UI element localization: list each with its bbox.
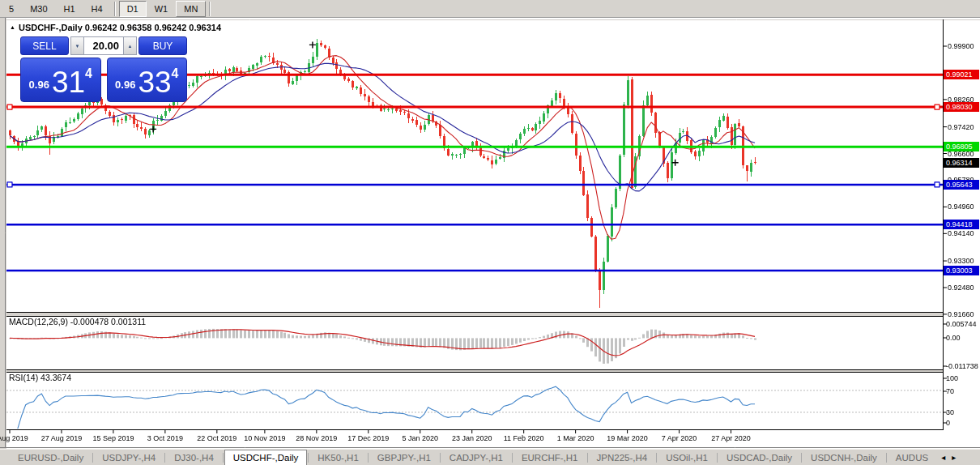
chart-tab-hk50h1[interactable]: HK50-,H1: [309, 451, 367, 465]
chart-symbol-label: USDCHF-,Daily: [19, 23, 83, 32]
timeframe-button-h1[interactable]: H1: [56, 1, 83, 17]
arrow-up-icon: ▲: [128, 44, 133, 49]
timeframe-button-5[interactable]: 5: [1, 1, 22, 17]
chart-tab-eurchfh1[interactable]: EURCHF-,H1: [513, 451, 586, 465]
toolbar-divider: [209, 2, 211, 16]
volume-decrease-button[interactable]: ▼: [70, 36, 84, 55]
tab-divider: [886, 453, 887, 463]
chart-tab-jpn225h4[interactable]: JPN225-,H4: [589, 451, 656, 465]
buy-price-big: 33: [138, 69, 171, 96]
tab-divider: [308, 453, 309, 463]
chart-ohlc-values: 0.96242 0.96358 0.96242 0.96314: [85, 23, 221, 32]
buy-button[interactable]: BUY: [138, 36, 187, 55]
tab-divider: [512, 453, 513, 463]
timeframe-button-d1[interactable]: D1: [119, 1, 147, 17]
chart-tab-usdcaddaily[interactable]: USDCAD-,Daily: [718, 451, 800, 465]
arrow-down-icon: ▼: [75, 44, 80, 49]
chart-tabs-bar: EURUSD-,DailyUSDJPY-,H4DJ30-,H4USDCHF-,D…: [0, 449, 980, 465]
tab-divider: [92, 453, 93, 463]
tab-scroll-buttons: ◂▸: [938, 449, 959, 465]
buy-price-pip: 4: [172, 66, 179, 81]
sell-price-display[interactable]: 0.96314: [20, 58, 101, 102]
timeframe-button-mn[interactable]: MN: [176, 1, 206, 17]
sell-button[interactable]: SELL: [20, 36, 69, 55]
tab-scroll-right-icon[interactable]: ▸: [948, 453, 959, 462]
tab-divider: [801, 453, 802, 463]
chart-tab-usoilh1[interactable]: USOil-,H1: [658, 451, 716, 465]
tab-divider: [368, 453, 369, 463]
chart-tab-dj30h4[interactable]: DJ30-,H4: [166, 451, 222, 465]
chart-tab-usdcnhdaily[interactable]: USDCNH-,Daily: [803, 451, 885, 465]
chart-title: ▲USDCHF-,Daily 0.96242 0.96358 0.96242 0…: [10, 23, 221, 32]
tab-divider: [164, 453, 165, 463]
mt4-application: { "toolbar": {"items": [ {"label": "5", …: [0, 0, 980, 465]
sell-price-big: 31: [52, 69, 85, 96]
timeframe-button-m30[interactable]: M30: [22, 1, 55, 17]
chart-window: 0.999000.982600.974200.966000.957800.949…: [0, 18, 980, 449]
timeframe-toolbar: 5M30H1H4D1W1MN: [0, 0, 980, 18]
chart-tab-gbpjpyh1[interactable]: GBPJPY-,H1: [369, 451, 439, 465]
timeframe-button-h4[interactable]: H4: [83, 1, 111, 17]
chart-tab-cadjpyh1[interactable]: CADJPY-,H1: [441, 451, 511, 465]
chart-tab-eurusddaily[interactable]: EURUSD-,Daily: [10, 451, 92, 465]
tab-divider: [223, 453, 224, 463]
volume-input[interactable]: [84, 36, 123, 55]
tab-divider: [587, 453, 588, 463]
volume-increase-button[interactable]: ▲: [123, 36, 137, 55]
buy-price-display[interactable]: 0.96334: [107, 58, 188, 102]
one-click-trading-panel: SELL ▼ ▲ BUY 0.96314 0.96334: [20, 36, 187, 102]
collapse-arrow-icon[interactable]: ▲: [10, 24, 15, 30]
sell-price-base: 0.96: [29, 79, 49, 91]
sell-price-pip: 4: [85, 66, 92, 81]
volume-stepper: ▼ ▲: [70, 36, 137, 55]
tab-divider: [440, 453, 441, 463]
toolbar-divider: [114, 2, 116, 16]
chart-tab-usdjpyh4[interactable]: USDJPY-,H4: [94, 451, 164, 465]
chart-tab-usdchfdaily[interactable]: USDCHF-,Daily: [224, 450, 308, 465]
tab-scroll-left-icon[interactable]: ◂: [938, 453, 948, 462]
tab-divider: [717, 453, 718, 463]
timeframe-button-w1[interactable]: W1: [147, 1, 177, 17]
tab-divider: [656, 453, 657, 463]
chart-tab-audus[interactable]: AUDUS: [888, 451, 936, 465]
buy-price-base: 0.96: [115, 79, 135, 91]
